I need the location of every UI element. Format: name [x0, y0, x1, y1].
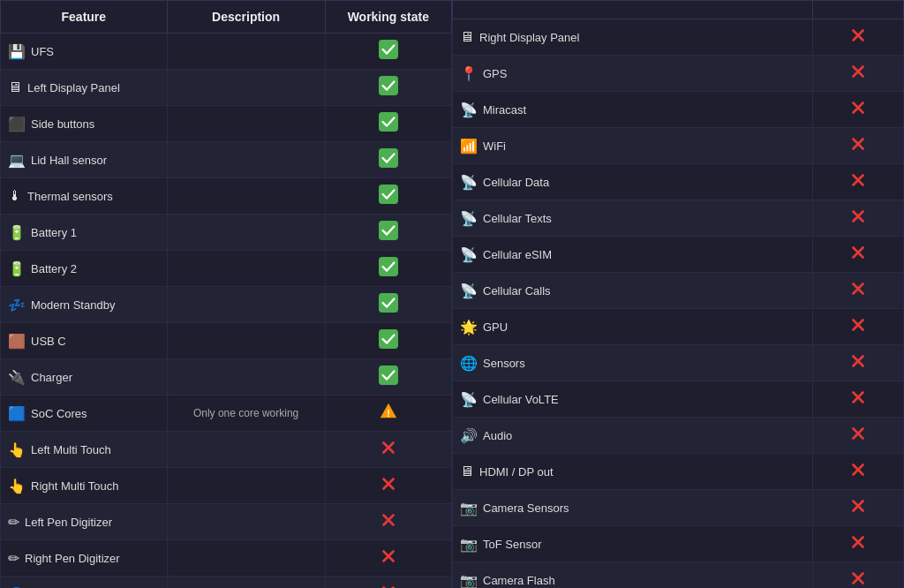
feature-cell: 🖥 HDMI / DP out [453, 454, 813, 490]
status-cell [813, 92, 904, 128]
feature-cell: 📡 Cellular Calls [453, 273, 813, 309]
description-cell [167, 34, 325, 70]
right-table: 🖥 Right Display Panel 📍 GPS 📡 [452, 0, 904, 588]
feature-label: Battery 2 [31, 262, 77, 275]
feature-cell: 🟫 USB C [1, 323, 168, 359]
status-cell [813, 200, 904, 237]
feature-label: Side buttons [31, 117, 94, 131]
feature-label: Charger [31, 371, 72, 384]
feature-label: Cellular Data [483, 176, 549, 189]
feature-icon: 🟦 [8, 405, 26, 422]
table-row: 📡 Cellular Calls [453, 273, 904, 309]
table-row: 👆 Right Multi Touch [1, 468, 452, 504]
feature-icon: 🔊 [460, 427, 478, 444]
feature-icon: 👆 [8, 478, 26, 494]
table-row: 🖥 HDMI / DP out [453, 454, 904, 490]
svg-rect-4 [379, 185, 398, 204]
feature-label: GPU [483, 320, 508, 334]
feature-label: Battery 1 [31, 226, 77, 239]
feature-icon: 🌡 [8, 188, 22, 204]
table-row: ✏ Left Pen Digitizer [1, 504, 452, 540]
description-cell [167, 142, 325, 178]
description-cell: Only one core working [167, 396, 325, 432]
status-cell [813, 19, 904, 56]
feature-icon: 📷 [460, 500, 478, 516]
table-row: 💾 UFS [1, 34, 452, 70]
status-cell [325, 359, 451, 396]
status-cell [813, 526, 904, 562]
feature-icon: 📡 [460, 391, 478, 408]
table-row: 📍 GPS [453, 56, 904, 92]
table-row: 📷 ToF Sensor [453, 526, 904, 562]
feature-icon: ⬛ [8, 116, 26, 132]
feature-cell: 📷 Camera Sensors [453, 490, 813, 526]
svg-text:!: ! [387, 408, 390, 418]
feature-icon: 📍 [460, 65, 478, 82]
feature-icon: 🔋 [8, 224, 26, 241]
table-row: ✏ Right Pen Digitizer [1, 540, 452, 577]
status-cell [813, 345, 904, 381]
table-row: 🔋 Battery 2 [1, 251, 452, 287]
feature-label: ToF Sensor [483, 538, 541, 551]
status-cell [325, 215, 451, 251]
description-cell [167, 215, 325, 251]
feature-icon: 🟫 [8, 333, 26, 350]
feature-label: Left Display Panel [27, 81, 120, 94]
description-cell [167, 577, 325, 589]
description-cell [167, 432, 325, 468]
feature-icon: 🌐 [460, 355, 478, 372]
status-cell [325, 251, 451, 287]
feature-label: Left Pen Digitizer [25, 516, 112, 529]
description-cell [167, 323, 325, 359]
feature-icon: 🌟 [460, 319, 478, 335]
feature-label: Cellular eSIM [483, 248, 552, 261]
status-cell [813, 418, 904, 454]
feature-label: Right Display Panel [479, 31, 579, 44]
feature-cell: 👆 Right Multi Touch [1, 468, 168, 504]
feature-label: Camera Flash [483, 574, 555, 587]
feature-cell: 🟦 SoC Cores [1, 396, 168, 432]
feature-cell: 💤 Modern Standby [1, 287, 168, 323]
feature-icon: 💤 [8, 297, 26, 313]
header-feature-left: Feature [1, 1, 168, 34]
description-cell [167, 106, 325, 142]
feature-label: Cellular Calls [483, 284, 551, 298]
status-cell [325, 577, 451, 589]
table-row: 🖥 Left Display Panel [1, 70, 452, 106]
feature-label: Miracast [483, 103, 526, 117]
status-cell [813, 562, 904, 589]
table-row: 📶 WiFi [453, 128, 904, 164]
status-cell [325, 540, 451, 577]
status-cell [325, 468, 451, 504]
feature-icon: 📶 [460, 138, 478, 155]
status-cell [813, 454, 904, 490]
status-cell [325, 142, 451, 178]
feature-cell: 🔌 Charger [1, 359, 168, 396]
feature-icon: ✏ [8, 550, 19, 567]
feature-label: Left Multi Touch [31, 443, 111, 456]
status-cell [325, 504, 451, 540]
feature-icon: 💾 [8, 43, 26, 60]
feature-cell: 🌐 Sensors [453, 345, 813, 381]
feature-cell: 📡 Cellular eSIM [453, 237, 813, 273]
feature-label: USB C [31, 335, 66, 348]
svg-rect-2 [379, 112, 398, 132]
status-cell [813, 164, 904, 200]
status-cell [813, 56, 904, 92]
feature-label: Camera Sensors [483, 501, 569, 515]
table-row: 🌡 Thermal sensors [1, 178, 452, 215]
header-feature-right [453, 1, 813, 19]
status-cell [325, 106, 451, 142]
feature-cell: 🖥 Left Display Panel [1, 70, 168, 106]
feature-cell: 🖥 Right Display Panel [453, 19, 813, 56]
feature-icon: ✏ [8, 514, 19, 531]
feature-label: SoC Cores [31, 407, 87, 420]
feature-cell: 💾 UFS [1, 34, 168, 70]
feature-icon: 🖥 [460, 464, 474, 479]
feature-icon: 🔌 [8, 369, 26, 386]
feature-cell: 💻 Lid Hall sensor [1, 142, 168, 178]
feature-icon: 🖥 [460, 29, 474, 45]
table-row: 🖥 Right Display Panel [453, 19, 904, 56]
table-row: 📡 Cellular VoLTE [453, 381, 904, 418]
feature-cell: 📡 Miracast [453, 92, 813, 128]
